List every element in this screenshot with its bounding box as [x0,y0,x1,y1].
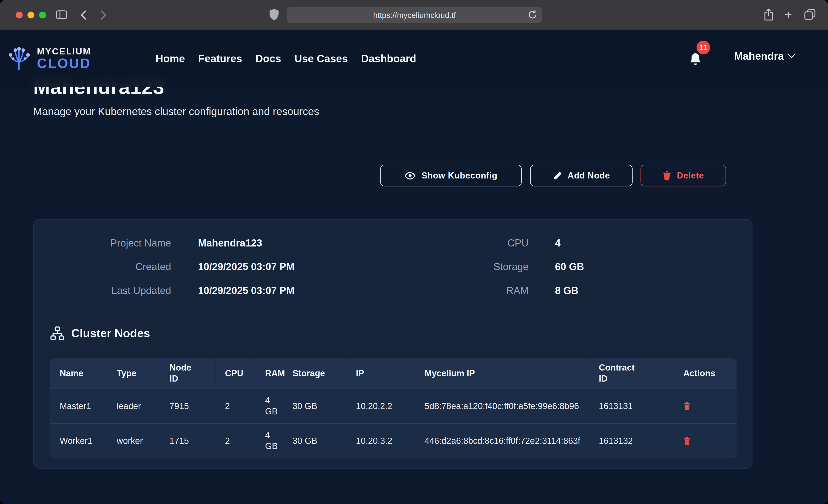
network-nodes-icon [50,326,64,340]
info-row-cpu: CPU 4 [420,231,584,255]
pencil-icon [553,171,562,180]
cell-node-id: 7915 [160,388,215,423]
nav-item-docs[interactable]: Docs [255,53,281,65]
zoom-window-button[interactable] [39,12,46,18]
ram-label: RAM [420,285,529,297]
info-row-ram: RAM 8 GB [420,279,584,302]
nav-right: 11 Mahendra [654,30,828,87]
cluster-info-right: CPU 4 Storage 60 GB RAM 8 GB [420,231,584,302]
created-label: Created [50,261,171,273]
mycelium-logo-icon [5,46,33,71]
close-window-button[interactable] [16,12,23,18]
cell-type: leader [107,388,160,423]
add-node-label: Add Node [568,170,610,180]
sidebar-toggle-icon[interactable] [56,10,67,19]
nav-item-use-cases[interactable]: Use Cases [294,53,348,65]
col-node-id: Node ID [160,359,215,388]
info-row-created: Created 10/29/2025 03:07 PM [50,255,294,279]
page-subtitle: Manage your Kubernetes cluster configura… [33,106,319,118]
cell-mycelium-ip: 446:d2a6:8bcd:8c16:ff0f:72e2:3114:863f [415,423,589,458]
cluster-nodes-table: Name Type Node ID CPU RAM Storage IP Myc… [50,359,737,458]
back-icon[interactable] [80,10,87,20]
col-actions: Actions [674,359,737,388]
cell-contract-id: 1613132 [589,423,674,458]
privacy-shield-icon[interactable] [270,9,279,21]
created-value: 10/29/2025 03:07 PM [198,261,295,273]
info-row-project-name: Project Name Mahendra123 [50,231,294,255]
table-row: Worker1 worker 1715 2 4 GB 30 GB 10.20.3… [50,423,737,458]
delete-node-button[interactable] [683,402,691,410]
storage-label: Storage [420,261,529,273]
cell-storage: 30 GB [283,423,346,458]
last-updated-value: 10/29/2025 03:07 PM [198,285,295,297]
browser-toolbar: https://myceliumcloud.tf + [0,0,828,30]
info-row-storage: Storage 60 GB [420,255,584,279]
ram-value: 8 GB [555,285,578,297]
reload-icon[interactable] [528,10,537,20]
col-name: Name [50,359,107,388]
forward-icon[interactable] [100,10,107,20]
brand-line1: MYCELIUM [37,47,91,56]
new-tab-icon[interactable]: + [785,8,792,21]
user-menu[interactable]: Mahendra [734,50,796,62]
user-name: Mahendra [734,50,784,62]
bell-icon[interactable] [689,52,702,66]
top-navbar: MYCELIUM CLOUD Home Features Docs Use Ca… [0,30,828,87]
info-row-last-updated: Last Updated 10/29/2025 03:07 PM [50,279,294,302]
address-bar[interactable]: https://myceliumcloud.tf [287,7,542,23]
brand-line2: CLOUD [37,56,91,70]
col-storage: Storage [283,359,346,388]
cell-cpu: 2 [215,423,256,458]
cell-mycelium-ip: 5d8:78ea:a120:f40c:ff0f:a5fe:99e6:8b96 [415,388,589,423]
nav-item-dashboard[interactable]: Dashboard [361,53,416,65]
cpu-label: CPU [420,237,529,249]
brand-text: MYCELIUM CLOUD [37,47,91,70]
cell-storage: 30 GB [283,388,346,423]
cell-node-id: 1715 [160,423,215,458]
add-node-button[interactable]: Add Node [530,165,633,186]
col-contract-id: Contract ID [589,359,674,388]
col-cpu: CPU [215,359,256,388]
cell-ip: 10.20.3.2 [346,423,415,458]
col-ip: IP [346,359,415,388]
cell-name: Master1 [50,388,107,423]
minimize-window-button[interactable] [27,12,34,18]
cpu-value: 4 [555,237,561,249]
chevron-down-icon [788,54,795,58]
nav-item-features[interactable]: Features [198,53,242,65]
browser-window: https://myceliumcloud.tf + [0,0,828,504]
nav-item-home[interactable]: Home [156,53,185,65]
table-row: Master1 leader 7915 2 4 GB 30 GB 10.20.2… [50,388,737,423]
table-header-row: Name Type Node ID CPU RAM Storage IP Myc… [50,359,737,388]
cell-cpu: 2 [215,388,256,423]
cell-ip: 10.20.2.2 [346,388,415,423]
cell-type: worker [107,423,160,458]
brand-logo[interactable]: MYCELIUM CLOUD [5,46,91,71]
share-icon[interactable] [764,8,774,21]
cell-actions [674,388,737,423]
col-mycelium-ip: Mycelium IP [415,359,589,388]
cluster-card: Project Name Mahendra123 Created 10/29/2… [33,219,753,469]
show-kubeconfig-button[interactable]: Show Kubeconfig [380,165,522,186]
cell-actions [674,423,737,458]
delete-cluster-button[interactable]: Delete [640,165,726,186]
project-name-value: Mahendra123 [198,237,262,249]
cell-contract-id: 1613131 [589,388,674,423]
delete-node-button[interactable] [683,437,691,445]
cell-name: Worker1 [50,423,107,458]
col-ram: RAM [255,359,283,388]
url-text: https://myceliumcloud.tf [373,10,456,19]
project-name-label: Project Name [50,237,171,249]
cluster-info-left: Project Name Mahendra123 Created 10/29/2… [50,231,294,302]
last-updated-label: Last Updated [50,285,171,297]
eye-icon [405,171,415,180]
storage-value: 60 GB [555,261,584,273]
col-type: Type [107,359,160,388]
cluster-nodes-heading: Cluster Nodes [50,326,150,340]
notification-badge: 11 [697,41,710,54]
show-kubeconfig-label: Show Kubeconfig [421,170,497,180]
cell-ram: 4 GB [255,423,283,458]
trash-icon [663,171,671,180]
page-content: Mahendra123 Manage your Kubernetes clust… [0,30,828,504]
tab-overview-icon[interactable] [804,9,816,20]
